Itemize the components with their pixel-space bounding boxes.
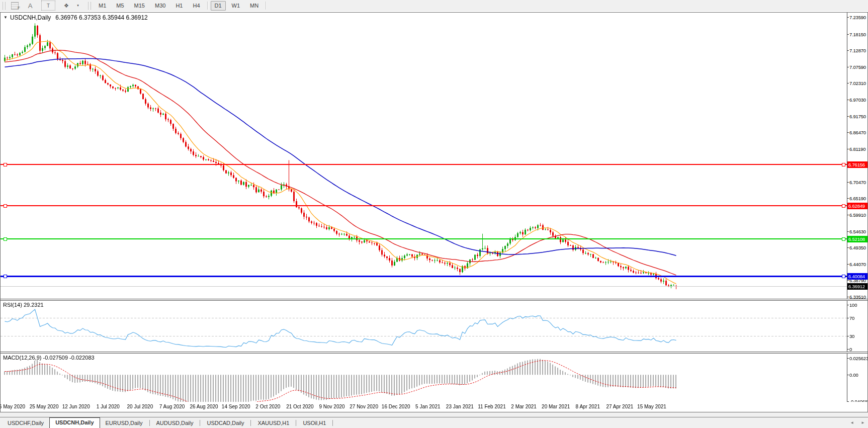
horizontal-level-line[interactable]	[1, 238, 847, 239]
level-price-tag: 6.76156	[847, 161, 867, 168]
rsi-tick-dash	[847, 305, 849, 305]
price-tick-label: 6.59910	[849, 212, 868, 218]
current-price-line	[1, 286, 847, 287]
price-tick-label: 7.02310	[849, 80, 868, 86]
price-tick-dash	[847, 83, 849, 83]
level-price-tag: 6.52108	[847, 236, 867, 242]
horizontal-level-line[interactable]	[1, 276, 847, 277]
chart-tab-usoil-h1[interactable]: USOil,H1	[297, 418, 331, 427]
chart-tabs: USDCHF,DailyUSDCNH,DailyEURUSD,DailyAUDU…	[2, 417, 334, 428]
tab-separator	[296, 420, 296, 426]
timeframe-button-m15[interactable]: M15	[130, 1, 149, 11]
horizontal-level-line[interactable]	[1, 205, 847, 206]
rsi-tick-label: 30	[849, 333, 868, 339]
price-tick-dash	[847, 297, 849, 297]
chart-symbol: USDCNH,Daily	[10, 14, 51, 21]
line-handle-left[interactable]	[4, 275, 7, 278]
top-toolbar: F A T ❖ ▾ M1M5M15M30H1H4D1W1MN	[0, 0, 868, 12]
tab-separator	[250, 420, 251, 426]
toolbar-grip[interactable]	[88, 2, 91, 10]
horizontal-level-line[interactable]	[1, 164, 847, 165]
price-tick-label: 6.70470	[849, 180, 868, 185]
price-tick-label: 7.18150	[849, 32, 868, 37]
chart-tab-eurusd-daily[interactable]: EURUSD,Daily	[100, 418, 148, 427]
price-tick-dash	[847, 247, 849, 248]
price-tick-dash	[847, 149, 849, 149]
price-tick-label: 6.49350	[849, 245, 868, 250]
timeframe-button-mn[interactable]: MN	[246, 1, 263, 11]
timeframe-button-w1[interactable]: W1	[228, 1, 244, 11]
candlestick-canvas[interactable]	[1, 13, 847, 299]
price-tick-label: 6.44070	[849, 262, 868, 267]
timeframe-button-h1[interactable]: H1	[171, 1, 187, 11]
price-tick-dash	[847, 17, 849, 18]
chart-tab-audusd-daily[interactable]: AUDUSD,Daily	[151, 418, 199, 427]
level-price-tag: 6.62849	[847, 203, 867, 209]
price-tick-label: 6.91750	[849, 114, 868, 119]
timeframe-buttons: M1M5M15M30H1H4D1W1MN	[94, 1, 268, 11]
line-handle-right[interactable]	[842, 163, 845, 166]
price-axis-line	[847, 13, 847, 299]
chart-window: ▼USDCNH,Daily6.36976 6.37353 6.35944 6.3…	[0, 12, 868, 412]
toolbar-separator	[266, 2, 266, 10]
toolbar-grip[interactable]	[3, 2, 6, 10]
price-tick-label: 7.12870	[849, 48, 868, 53]
line-handle-right[interactable]	[842, 237, 845, 241]
timeframe-button-d1[interactable]: D1	[211, 1, 226, 11]
rsi-pane[interactable]: RSI(14) 29.2321 10070300	[1, 301, 867, 352]
price-tick-dash	[847, 67, 849, 67]
price-tick-dash	[847, 264, 849, 265]
tab-separator	[149, 420, 150, 426]
macd-tick-dash	[847, 358, 849, 359]
chart-title: ▼USDCNH,Daily6.36976 6.37353 6.35944 6.3…	[4, 14, 148, 21]
timeframe-button-m5[interactable]: M5	[112, 1, 128, 11]
text-box-icon[interactable]: T	[41, 1, 55, 11]
tab-scroll-right-icon[interactable]: ►	[861, 420, 865, 425]
chart-tab-usdcnh-daily[interactable]: USDCNH,Daily	[49, 417, 100, 428]
chart-tab-xauusd-h1[interactable]: XAUUSD,H1	[252, 418, 295, 427]
tab-separator	[200, 420, 200, 426]
line-handle-left[interactable]	[4, 163, 7, 166]
macd-tick-label: 0.00	[849, 372, 868, 378]
collapse-arrow-icon[interactable]: ▼	[4, 15, 8, 20]
timeframe-button-h4[interactable]: H4	[189, 1, 204, 11]
rsi-label: RSI(14) 29.2321	[3, 302, 44, 308]
chart-tab-usdcad-daily[interactable]: USDCAD,Daily	[201, 418, 249, 427]
rsi-tick-dash	[847, 336, 849, 336]
chart-tab-usdchf-daily[interactable]: USDCHF,Daily	[2, 418, 49, 427]
rsi-tick-dash	[847, 349, 849, 350]
rsi-tick-label: 100	[849, 302, 868, 308]
price-tick-dash	[847, 198, 849, 199]
chart-tab-bar: USDCHF,DailyUSDCNH,DailyEURUSD,DailyAUDU…	[0, 417, 868, 428]
price-tick-dash	[847, 280, 849, 281]
line-handle-right[interactable]	[842, 275, 845, 278]
rsi-axis-line	[847, 301, 847, 352]
objects-icon[interactable]: ❖	[61, 1, 71, 10]
date-axis: 6 May 202025 May 202012 Jun 20201 Jul 20…	[1, 402, 867, 412]
line-handle-left[interactable]	[4, 204, 7, 208]
timeframe-button-m30[interactable]: M30	[151, 1, 169, 11]
rsi-canvas	[1, 301, 847, 352]
rsi-tick-dash	[847, 318, 849, 318]
tab-scroll-left-icon[interactable]: ◄	[850, 420, 854, 425]
line-handle-left[interactable]	[4, 237, 7, 241]
macd-pane[interactable]: MACD(12,26,9) -0.027509 -0.022083 0.0256…	[1, 354, 867, 402]
line-handle-right[interactable]	[842, 204, 845, 208]
crosshair-f-icon[interactable]: F	[10, 2, 20, 10]
price-tick-label: 7.07590	[849, 64, 868, 70]
text-label-icon[interactable]: A	[25, 1, 35, 10]
f-letter: F	[18, 6, 20, 10]
price-tick-dash	[847, 182, 849, 183]
rsi-tick-label: 70	[849, 315, 868, 321]
price-tick-label: 6.65190	[849, 196, 868, 201]
current-price-tag: 6.36912	[847, 283, 867, 290]
objects-caret-icon[interactable]: ▾	[73, 1, 83, 10]
macd-label: MACD(12,26,9) -0.027509 -0.022083	[3, 355, 95, 361]
level-price-tag: 6.40084	[847, 273, 867, 280]
macd-canvas	[1, 354, 847, 402]
main-chart-pane[interactable]: ▼USDCNH,Daily6.36976 6.37353 6.35944 6.3…	[1, 13, 867, 299]
timeframe-button-m1[interactable]: M1	[95, 1, 110, 11]
macd-axis-line	[847, 354, 847, 402]
price-tick-dash	[847, 231, 849, 232]
price-tick-dash	[847, 50, 849, 51]
